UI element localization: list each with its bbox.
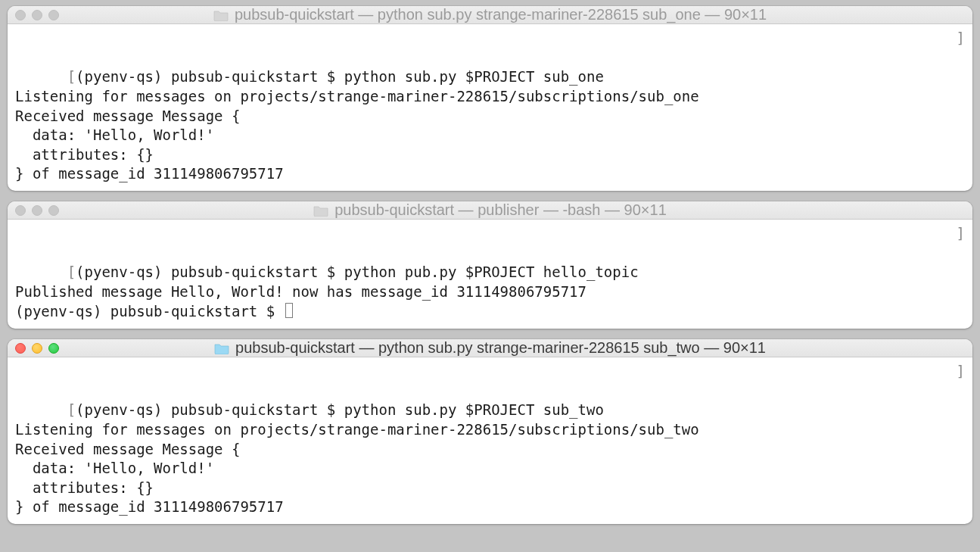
titlebar[interactable]: pubsub-quickstart — python sub.py strang… bbox=[8, 339, 972, 357]
titlebar[interactable]: pubsub-quickstart — publisher — -bash — … bbox=[8, 201, 972, 220]
minimize-icon[interactable] bbox=[32, 205, 42, 216]
terminal-body[interactable]: ] [(pyenv-qs) pubsub-quickstart $ python… bbox=[8, 357, 972, 524]
prompt-close-bracket: ] bbox=[957, 29, 965, 48]
close-icon[interactable] bbox=[15, 205, 26, 216]
prompt-open-bracket: [ bbox=[67, 264, 76, 280]
traffic-lights bbox=[15, 343, 59, 354]
prompt-open-bracket: [ bbox=[67, 401, 76, 418]
close-icon[interactable] bbox=[15, 343, 26, 354]
traffic-lights bbox=[15, 205, 59, 216]
maximize-icon[interactable] bbox=[48, 343, 59, 354]
window-title: pubsub-quickstart — publisher — -bash — … bbox=[334, 201, 667, 219]
desktop: pubsub-quickstart — python sub.py strang… bbox=[0, 0, 980, 552]
terminal-body[interactable]: ] [(pyenv-qs) pubsub-quickstart $ python… bbox=[8, 220, 972, 329]
shell-command: python pub.py $PROJECT hello_topic bbox=[344, 264, 639, 280]
shell-command: python sub.py $PROJECT sub_two bbox=[344, 401, 604, 418]
folder-icon bbox=[214, 342, 229, 354]
prompt-close-bracket: ] bbox=[957, 224, 965, 244]
terminal-window-publisher[interactable]: pubsub-quickstart — publisher — -bash — … bbox=[8, 201, 972, 329]
terminal-window-sub-one[interactable]: pubsub-quickstart — python sub.py strang… bbox=[8, 6, 972, 191]
maximize-icon[interactable] bbox=[48, 10, 59, 20]
traffic-lights bbox=[15, 10, 59, 20]
shell-prompt: (pyenv-qs) pubsub-quickstart $ bbox=[76, 68, 344, 85]
shell-prompt: (pyenv-qs) pubsub-quickstart $ bbox=[76, 264, 344, 280]
titlebar[interactable]: pubsub-quickstart — python sub.py strang… bbox=[8, 6, 972, 24]
maximize-icon[interactable] bbox=[48, 205, 59, 216]
terminal-output: Published message Hello, World! now has … bbox=[15, 283, 586, 300]
shell-command: python sub.py $PROJECT sub_one bbox=[344, 68, 604, 85]
window-title: pubsub-quickstart — python sub.py strang… bbox=[235, 339, 766, 357]
title-center: pubsub-quickstart — python sub.py strang… bbox=[65, 6, 915, 23]
minimize-icon[interactable] bbox=[32, 343, 42, 354]
prompt-open-bracket: [ bbox=[67, 68, 76, 85]
shell-prompt: (pyenv-qs) pubsub-quickstart $ bbox=[15, 303, 284, 320]
terminal-body[interactable]: ] [(pyenv-qs) pubsub-quickstart $ python… bbox=[8, 24, 972, 191]
shell-prompt: (pyenv-qs) pubsub-quickstart $ bbox=[76, 401, 344, 418]
window-title: pubsub-quickstart — python sub.py strang… bbox=[235, 6, 767, 23]
folder-icon bbox=[313, 204, 328, 217]
title-center: pubsub-quickstart — publisher — -bash — … bbox=[65, 201, 915, 219]
title-center: pubsub-quickstart — python sub.py strang… bbox=[65, 339, 915, 357]
minimize-icon[interactable] bbox=[32, 10, 42, 20]
text-cursor-icon bbox=[285, 303, 293, 318]
prompt-close-bracket: ] bbox=[957, 362, 965, 382]
close-icon[interactable] bbox=[15, 10, 26, 20]
terminal-output: Listening for messages on projects/stran… bbox=[15, 421, 699, 516]
terminal-output: Listening for messages on projects/stran… bbox=[15, 88, 699, 182]
terminal-window-sub-two[interactable]: pubsub-quickstart — python sub.py strang… bbox=[8, 339, 972, 524]
folder-icon bbox=[213, 9, 229, 21]
